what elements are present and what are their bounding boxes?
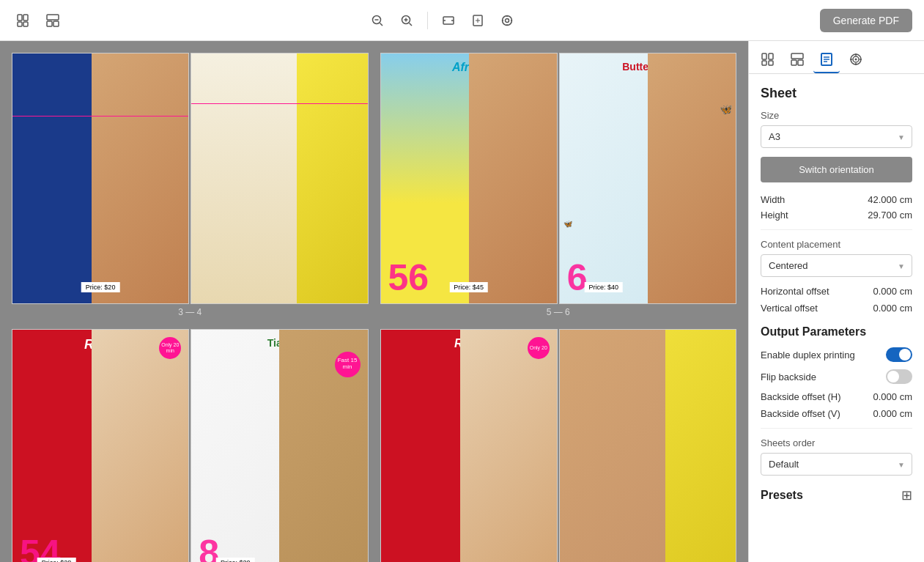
spread-7-8-pages: Rose Only 20 min 54 Price: $28 Tiara Fas… <box>12 329 369 562</box>
toolbar-right: Generate PDF <box>820 9 912 32</box>
toolbar-left <box>12 9 64 32</box>
page-3-price: Price: $20 <box>81 282 120 292</box>
page-extra-2-content <box>560 330 736 562</box>
tab-pages[interactable] <box>755 47 781 73</box>
width-value: 42.000 cm <box>868 194 912 205</box>
toolbar-divider <box>427 12 428 29</box>
page-extra-1[interactable]: Rose Only 20 <box>380 329 558 562</box>
vertical-offset-value: 0.000 cm <box>873 303 912 314</box>
zoom-in-button[interactable] <box>395 9 418 32</box>
fit-width-button[interactable] <box>437 9 460 32</box>
backside-offset-v-label: Backside offset (V) <box>761 408 840 419</box>
svg-rect-26 <box>762 53 766 59</box>
spread-5-6-label: 5 — 6 <box>547 307 570 317</box>
page-4-pink-line <box>191 103 367 104</box>
content-placement-wrapper: Centered Top Left Custom <box>761 254 912 277</box>
page-6-price: Price: $40 <box>585 282 624 292</box>
svg-rect-1 <box>23 15 28 21</box>
fit-page-button[interactable] <box>466 9 489 32</box>
tab-sheet[interactable] <box>813 47 840 73</box>
zoom-reset-button[interactable] <box>495 9 519 32</box>
page-extra-2-hair <box>560 330 665 562</box>
spread-extra-pages: Rose Only 20 <box>380 329 737 562</box>
page-6-thumb[interactable]: Butterflies 6 Price: $40 🦋 🦋 <box>559 53 736 304</box>
page-3-pink-line <box>12 116 188 117</box>
page-8-content: Tiara Fast 15 min 8 Price: $20 <box>191 330 367 562</box>
content-placement-select[interactable]: Centered Top Left Custom <box>761 254 912 277</box>
tab-target-icon <box>849 52 863 67</box>
sheets-order-wrapper: Default Reversed <box>761 453 912 476</box>
svg-rect-3 <box>23 22 28 26</box>
page-7-thumb[interactable]: Rose Only 20 min 54 Price: $28 <box>12 329 189 562</box>
svg-rect-4 <box>47 15 59 20</box>
svg-rect-27 <box>769 53 773 59</box>
page-8-thumb[interactable]: Tiara Fast 15 min 8 Price: $20 <box>191 329 368 562</box>
spread-5-6-pages: Africa 56 Price: $45 Butterflies 6 Price… <box>380 53 737 304</box>
presets-grid-icon[interactable]: ⊞ <box>901 487 912 503</box>
svg-rect-31 <box>791 60 797 65</box>
generate-pdf-button[interactable]: Generate PDF <box>820 9 912 32</box>
width-label: Width <box>761 194 785 205</box>
svg-rect-32 <box>798 60 803 65</box>
page-extra-1-hair <box>460 330 557 562</box>
fit-page-icon <box>471 14 484 27</box>
page-5-thumb[interactable]: Africa 56 Price: $45 <box>380 53 558 304</box>
page-3-thumb[interactable]: Price: $20 <box>12 53 189 304</box>
sheets-order-label: Sheets order <box>761 437 912 448</box>
flip-backside-row: Flip backside <box>761 369 912 384</box>
page-7-price: Price: $28 <box>37 558 76 562</box>
backside-offset-h-value: 0.000 cm <box>873 391 912 402</box>
page-4-yellow <box>297 53 367 303</box>
svg-rect-29 <box>769 61 773 65</box>
svg-point-20 <box>502 15 511 25</box>
spread-3-4-pages: Price: $20 <box>12 53 369 304</box>
size-select[interactable]: A3 A4 Letter <box>761 125 912 148</box>
spread-3-4-label: 3 — 4 <box>178 307 202 317</box>
horizontal-offset-label: Horizontal offset <box>761 286 829 297</box>
page-7-hair <box>92 330 188 562</box>
svg-rect-0 <box>18 15 22 21</box>
page-6-hair <box>648 53 736 303</box>
tab-layout[interactable] <box>784 47 810 73</box>
horizontal-offset-row: Horizontal offset 0.000 cm <box>761 286 912 297</box>
page-6-butterfly2: 🦋 <box>563 220 572 228</box>
content-placement-label: Content placement <box>761 239 912 250</box>
svg-rect-28 <box>762 61 766 65</box>
switch-orientation-button[interactable]: Switch orientation <box>761 157 912 182</box>
divider-2 <box>761 428 912 429</box>
size-label: Size <box>761 110 912 121</box>
layout-icon-btn[interactable] <box>41 9 64 32</box>
svg-line-13 <box>409 23 412 26</box>
pages-icon <box>16 13 31 28</box>
zoom-in-icon <box>400 14 413 27</box>
zoom-out-button[interactable] <box>366 9 389 32</box>
fit-width-icon <box>442 14 455 27</box>
backside-offset-h-row: Backside offset (H) 0.000 cm <box>761 391 912 402</box>
svg-point-21 <box>505 18 509 22</box>
tab-target[interactable] <box>843 47 869 73</box>
content-area[interactable]: Price: $20 3 — 4 <box>0 41 748 562</box>
divider-1 <box>761 229 912 230</box>
spread-5-6: Africa 56 Price: $45 Butterflies 6 Price… <box>380 53 737 317</box>
page-extra-2[interactable] <box>559 329 736 562</box>
page-4-thumb[interactable] <box>191 53 368 304</box>
enable-duplex-toggle[interactable] <box>886 347 912 362</box>
enable-duplex-label: Enable duplex printing <box>761 350 855 361</box>
sheets-order-select[interactable]: Default Reversed <box>761 453 912 476</box>
backside-offset-h-label: Backside offset (H) <box>761 391 841 402</box>
page-8-fast-badge: Fast 15 min <box>335 352 361 377</box>
flip-backside-toggle[interactable] <box>886 369 912 384</box>
width-row: Width 42.000 cm <box>761 194 912 205</box>
pages-icon-btn[interactable] <box>12 9 35 32</box>
panel-content: Sheet Size A3 A4 Letter Switch orientati… <box>749 74 924 515</box>
page-5-num-56: 56 <box>388 259 429 296</box>
right-panel: Sheet Size A3 A4 Letter Switch orientati… <box>748 41 924 562</box>
page-6-butterfly1: 🦋 <box>720 103 732 115</box>
tab-layout-icon <box>790 52 805 67</box>
toolbar-center <box>70 9 814 32</box>
page-6-content: Butterflies 6 Price: $40 🦋 🦋 <box>560 53 736 303</box>
height-value: 29.700 cm <box>868 210 912 221</box>
svg-rect-30 <box>791 53 803 59</box>
toolbar: Generate PDF <box>0 0 924 41</box>
panel-tabs <box>749 41 924 74</box>
